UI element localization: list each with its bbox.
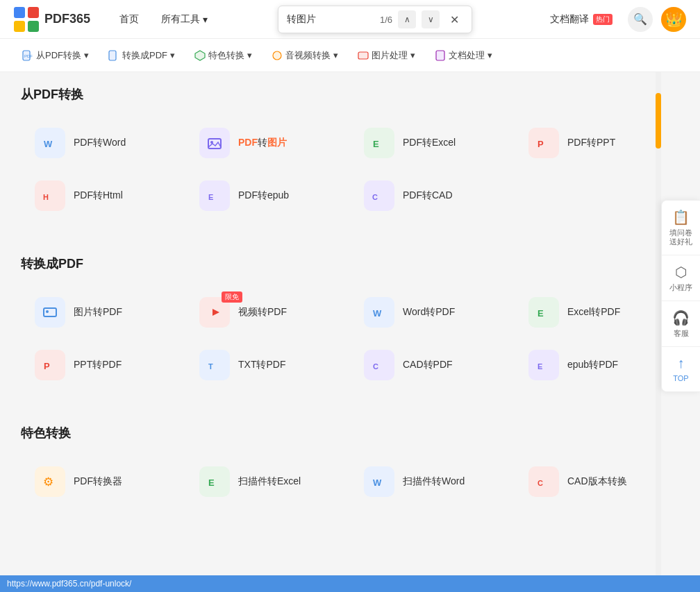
tool-cad-pdf[interactable]: C CAD转PDF: [350, 339, 515, 391]
tool-ppt-pdf[interactable]: P PPT转PDF: [21, 339, 185, 391]
tool-epub-pdf[interactable]: E epub转PDF: [515, 339, 679, 391]
tool-pdf-cad[interactable]: C PDF转CAD: [350, 169, 515, 222]
tool-scan-excel[interactable]: E 扫描件转Excel: [185, 455, 350, 508]
miniapp-panel-item[interactable]: ⬡ 小程序: [662, 255, 700, 301]
txt-pdf-label: TXT转PDF: [238, 359, 285, 371]
scan-excel-label: 扫描件转Excel: [238, 475, 301, 488]
special-grid: ⚙ PDF转换器 E 扫描件转Excel W 扫描件转Word: [21, 455, 679, 508]
toolbar-from-pdf[interactable]: PDF 从PDF转换 ▾: [14, 45, 97, 66]
survey-icon: 📋: [672, 209, 690, 226]
svg-rect-2: [14, 21, 25, 32]
tool-excel-pdf[interactable]: E Excel转PDF: [515, 286, 679, 339]
svg-text:P: P: [44, 361, 50, 371]
svg-text:C: C: [373, 362, 378, 371]
survey-label: 填问卷送好礼: [669, 228, 692, 246]
from-pdf-grid: W PDF转Word PDF转图片 E PDF转Excel: [21, 117, 679, 222]
svg-rect-1: [28, 7, 39, 18]
pdf-converter-icon: ⚙: [35, 466, 65, 497]
tool-txt-pdf[interactable]: T TXT转PDF: [185, 339, 350, 391]
toolbar-doc[interactable]: 文档处理 ▾: [426, 45, 501, 66]
tool-cad-version[interactable]: C CAD版本转换: [515, 455, 679, 508]
search-popup-text: 转图片: [287, 13, 374, 26]
search-button[interactable]: 🔍: [628, 7, 653, 32]
service-label: 客服: [674, 329, 689, 338]
miniapp-icon: ⬡: [675, 264, 687, 280]
epub-pdf-icon: E: [528, 350, 559, 380]
svg-text:⚙: ⚙: [43, 475, 53, 489]
toolbar-to-pdf[interactable]: 转换成PDF ▾: [100, 45, 183, 66]
chevron-down-icon5: ▾: [410, 50, 415, 60]
free-badge: 限免: [222, 291, 242, 303]
pdf-cad-icon: C: [364, 180, 394, 211]
divider-1: [0, 243, 700, 248]
tool-pdf-html[interactable]: H PDF转Html: [21, 169, 185, 222]
top-arrow-icon: ↑: [678, 355, 685, 371]
svg-text:C: C: [372, 193, 378, 201]
pdf-excel-label: PDF转Excel: [403, 137, 456, 149]
special-title: 特色转换: [21, 425, 679, 441]
tool-pdf-word[interactable]: W PDF转Word: [21, 117, 185, 169]
svg-text:P: P: [538, 139, 544, 149]
ppt-pdf-icon: P: [35, 350, 65, 380]
nav-translate[interactable]: 文档翻译 热门: [543, 9, 619, 30]
tool-word-pdf[interactable]: W Word转PDF: [350, 286, 515, 339]
toolbar-special[interactable]: 特色转换 ▾: [186, 45, 260, 66]
search-popup: 转图片 1/6 ∧ ∨ ✕: [278, 6, 472, 33]
avatar[interactable]: 👑: [661, 7, 686, 32]
avatar-icon: 👑: [665, 11, 683, 28]
search-close-button[interactable]: ✕: [445, 10, 463, 28]
svg-text:T: T: [208, 362, 213, 371]
top-panel-item[interactable]: ↑ TOP: [662, 347, 700, 391]
pdf-html-icon: H: [35, 180, 65, 211]
toolbar-image[interactable]: 图片处理 ▾: [349, 45, 424, 66]
from-pdf-title: 从PDF转换: [21, 86, 679, 103]
svg-text:C: C: [538, 479, 543, 487]
nav-all-tools[interactable]: 所有工具 ▾: [153, 9, 216, 30]
toolbar-av[interactable]: 音视频转换 ▾: [263, 45, 347, 66]
miniapp-label: 小程序: [669, 283, 692, 292]
pdf-image-label: PDF转图片: [238, 137, 287, 149]
image-icon: [358, 50, 369, 61]
nav-home[interactable]: 首页: [111, 9, 147, 30]
word-pdf-label: Word转PDF: [403, 306, 455, 319]
search-next-button[interactable]: ∨: [422, 10, 440, 28]
svg-text:W: W: [373, 477, 382, 488]
tool-scan-word[interactable]: W 扫描件转Word: [350, 455, 515, 508]
service-panel-item[interactable]: 🎧 客服: [662, 301, 700, 347]
tool-img-pdf[interactable]: 图片转PDF: [21, 286, 185, 339]
chevron-down-icon3: ▾: [247, 50, 252, 60]
tool-vid-pdf[interactable]: 视频转PDF: [185, 286, 350, 339]
chevron-down-icon2: ▾: [170, 50, 175, 60]
chevron-down-icon: ▾: [203, 14, 208, 25]
logo-icon: [14, 7, 39, 32]
section-to-pdf: 转换成PDF 图片转PDF 限免 视频转PDF: [21, 255, 679, 391]
section-special: 特色转换 ⚙ PDF转换器 E 扫描件转Excel W 扫描件: [21, 425, 679, 508]
search-prev-button[interactable]: ∧: [398, 10, 416, 28]
logo[interactable]: PDF365: [14, 7, 90, 32]
survey-panel-item[interactable]: 📋 填问卷送好礼: [662, 201, 700, 255]
tool-pdf-epub[interactable]: E PDF转epub: [185, 169, 350, 222]
img-pdf-icon: [35, 297, 65, 328]
nav-links: 首页 所有工具 ▾: [111, 9, 216, 30]
top-nav: PDF365 首页 所有工具 ▾ 转图片 1/6 ∧ ∨ ✕ 文档翻译 热门 🔍…: [0, 0, 700, 39]
chevron-down-icon6: ▾: [488, 50, 492, 60]
pdf-ppt-label: PDF转PPT: [567, 137, 615, 149]
chevron-down-icon: ▾: [84, 50, 89, 60]
svg-marker-7: [195, 51, 205, 60]
scrollbar-thumb[interactable]: [656, 93, 661, 149]
epub-pdf-label: epub转PDF: [567, 359, 618, 371]
tool-pdf-ppt[interactable]: P PDF转PPT: [515, 117, 679, 169]
tool-pdf-converter[interactable]: ⚙ PDF转换器: [21, 455, 185, 508]
pdf-converter-label: PDF转换器: [74, 475, 122, 488]
scrollbar[interactable]: [656, 72, 661, 543]
pdf-html-label: PDF转Html: [74, 189, 123, 202]
pdf-word-label: PDF转Word: [74, 137, 126, 149]
tool-pdf-excel[interactable]: E PDF转Excel: [350, 117, 515, 169]
to-pdf-grid: 图片转PDF 限免 视频转PDF W Word转PDF: [21, 286, 679, 391]
tool-pdf-image[interactable]: PDF转图片: [185, 117, 350, 169]
cad-version-label: CAD版本转换: [567, 475, 627, 488]
pdf-image-icon: [199, 128, 230, 158]
section-from-pdf: 从PDF转换 W PDF转Word PDF转图片 E PDF: [21, 86, 679, 222]
hot-badge: 热门: [593, 14, 612, 25]
nav-right: 文档翻译 热门 🔍 👑: [543, 7, 686, 32]
